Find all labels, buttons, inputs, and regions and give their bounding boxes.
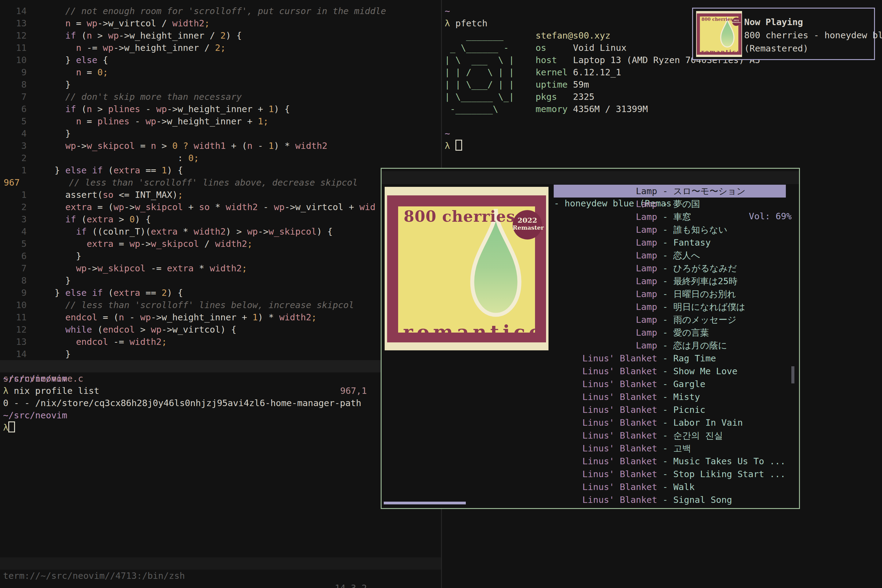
track-artist: Linus' Blanket (554, 442, 657, 455)
nvim-pane: 14 // not enough room for 'scrolloff', p… (0, 0, 441, 588)
text-span: wp (103, 43, 113, 53)
text-span: ; (204, 18, 210, 28)
playlist-track[interactable]: Lamp - 愛の言葉 (554, 326, 786, 339)
playlist-track[interactable]: Linus' Blanket - Gargle (554, 378, 786, 390)
text-span: λ (445, 141, 455, 151)
track-artist: Lamp (554, 184, 657, 198)
playlist-track[interactable]: Linus' Blanket - Music Takes Us To ... (554, 455, 786, 468)
text-span: width2 (226, 202, 258, 212)
playlist-track[interactable]: Lamp - ひろがるなみだ (554, 262, 786, 275)
text-span: n (119, 312, 124, 322)
text-span: ( (103, 288, 113, 298)
text-span: w_skipcol (98, 263, 146, 273)
text-span: = (81, 116, 98, 126)
text-span: wid (360, 202, 375, 212)
remaster-badge: 2022Remaster (513, 210, 542, 240)
line-number: 12 (0, 29, 27, 42)
playlist-track[interactable]: Linus' Blanket - Labor In Vain (554, 416, 786, 429)
statusline-active: src/nvim/move.c 967,1 (0, 360, 441, 372)
notification[interactable]: 800 cherries2022Remasterromantico Now Pl… (692, 8, 875, 60)
text-span: n (65, 18, 70, 28)
text-span: width2 (210, 263, 242, 273)
text-span: ( (76, 104, 87, 114)
progress-bar[interactable] (384, 502, 466, 504)
playlist-track[interactable]: Lamp - 日曜日のお別れ (554, 288, 786, 300)
playlist-track[interactable]: Linus' Blanket - Rag Time (554, 352, 786, 365)
text-span: if (65, 104, 76, 114)
code-line: 13 endcol -= width2; (0, 336, 167, 348)
playlist-track[interactable]: Linus' Blanket - Picnic (554, 404, 786, 416)
text-span: > (156, 141, 172, 151)
text-span: _______ (445, 30, 536, 41)
text-span: 1 (268, 141, 274, 151)
text-span: -> (140, 238, 151, 249)
track-separator: - (657, 199, 673, 209)
track-separator: - (657, 353, 673, 363)
playlist-track[interactable]: Lamp - 最終列車は25時 (554, 275, 786, 288)
text-span (28, 104, 65, 114)
track-artist: Linus' Blanket (554, 455, 657, 468)
playlist-track[interactable]: Lamp - 夢の国 (554, 198, 786, 210)
text-span: width2 (129, 337, 162, 347)
code-line: 9 } else if (extra == 2) { (0, 286, 183, 299)
code-line: 8 } (0, 78, 71, 91)
scrollbar-thumb[interactable] (791, 366, 794, 383)
code-line: 9 n = 0; (0, 66, 108, 78)
terminal-line: _______ stefan@s00.xyz (445, 29, 610, 42)
line-number: 4 (0, 225, 27, 238)
text-span: | | / \ | | kernel (445, 67, 573, 78)
track-artist: Linus' Blanket (554, 480, 657, 494)
track-title: 誰も知らない (673, 225, 728, 235)
track-separator: - (657, 379, 673, 389)
text-span: n (247, 141, 252, 151)
text-span (178, 141, 183, 151)
text-span: ~/src/neovim (3, 410, 68, 420)
playlist-track[interactable]: Lamp - 恋は月の蔭に (554, 339, 786, 352)
code-line: 2 extra = (wp->w_skipcol + so * width2 -… (0, 201, 375, 213)
playlist-track[interactable]: Linus' Blanket - Signal Song (554, 494, 786, 506)
text-span: wp (87, 18, 98, 28)
text-span: = (71, 18, 87, 28)
playlist-track[interactable]: Linus' Blanket - 순간의 진실 (554, 429, 786, 442)
line-number: 5 (0, 238, 27, 250)
playlist-track[interactable]: Lamp - 雨のメッセージ (554, 313, 786, 326)
text-span (28, 43, 76, 53)
playlist-track[interactable]: Lamp - 誰も知らない (554, 223, 786, 236)
text-span: extra (87, 238, 113, 249)
line-number: 7 (0, 91, 27, 103)
playlist-track[interactable]: Lamp - 恋人へ (554, 249, 786, 262)
terminal-line: | | / \ | | kernel 6.12.12_1 (445, 66, 621, 78)
text-span: nix profile list (14, 386, 99, 396)
playlist-track[interactable]: Linus' Blanket - Show Me Love (554, 365, 786, 378)
text-span: = ( (92, 202, 114, 212)
text-span: else (76, 55, 98, 65)
playlist-track[interactable]: Lamp - 明日になれば僕は (554, 300, 786, 313)
text-span: ; (247, 238, 252, 249)
text-span: 1; (258, 116, 268, 126)
code-line: 4 } (0, 128, 71, 140)
line-number: 2 (0, 152, 27, 164)
text-span: n (76, 67, 81, 78)
text-span: // don't skip more than necessary (28, 92, 242, 102)
text-span (28, 214, 65, 225)
line-number: 1 (0, 164, 27, 176)
playlist-track[interactable]: Lamp - Fantasy (554, 236, 786, 249)
track-artist: Linus' Blanket (554, 378, 657, 390)
playlist-track[interactable]: Linus' Blanket - 고백 (554, 442, 786, 455)
text-span: wp (129, 238, 140, 249)
text-span: + ( (226, 141, 247, 151)
text-span: 0 - - /nix/store/cq3cx86h28j0y46ls0nhjzj… (3, 398, 362, 408)
text-span: ) { (316, 226, 333, 237)
track-artist: Lamp (554, 198, 657, 210)
playlist-track[interactable]: Lamp - スロ〜モ〜ション (554, 184, 786, 198)
playlist-track[interactable]: Linus' Blanket - Walk (554, 480, 786, 494)
text-span (28, 116, 76, 126)
terminal-line: ~ (445, 128, 450, 140)
playlist-track[interactable]: Lamp - 車窓 (554, 210, 786, 223)
playlist-track[interactable]: Linus' Blanket - Misty (554, 390, 786, 404)
playlist-track[interactable]: Linus' Blanket - Stop Liking Start ... (554, 468, 786, 480)
text-span (28, 226, 76, 237)
code-line: 1 assert(so <= INT_MAX); (0, 189, 183, 201)
track-separator: - (657, 495, 673, 505)
text-span: endcol (76, 337, 108, 347)
